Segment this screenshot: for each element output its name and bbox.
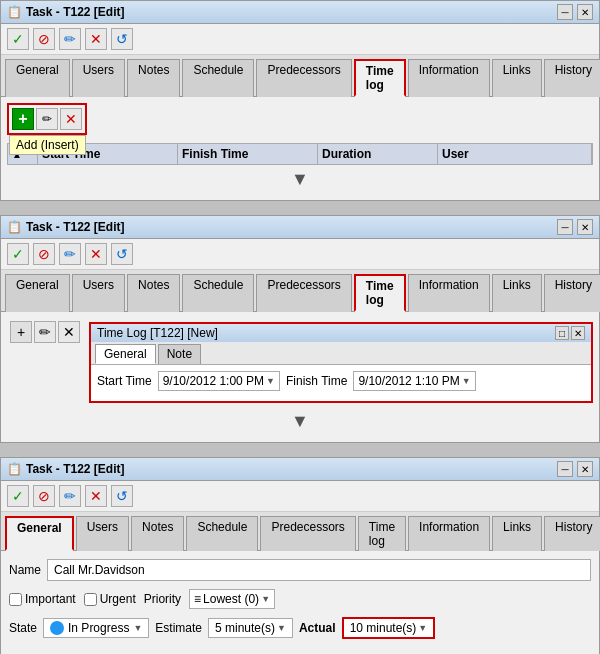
tab-predecessors[interactable]: Predecessors: [256, 59, 351, 97]
minimize-button3[interactable]: ─: [557, 461, 573, 477]
state-arrow: ▼: [133, 623, 142, 633]
tab2-general[interactable]: General: [5, 274, 70, 312]
minimize-button2[interactable]: ─: [557, 219, 573, 235]
delete-timelog2-button[interactable]: ✕: [58, 321, 80, 343]
add-tooltip: Add (Insert): [9, 135, 86, 155]
delete-button2[interactable]: ✕: [85, 243, 107, 265]
estimate-value: 5 minute(s): [215, 621, 275, 635]
estimate-field[interactable]: 5 minute(s) ▼: [208, 618, 293, 638]
close-button[interactable]: ✕: [577, 4, 593, 20]
timelog-toolbar-box: + ✏ ✕ Add (Insert): [7, 103, 87, 135]
col-duration[interactable]: Duration: [318, 144, 438, 164]
actual-field[interactable]: 10 minute(s) ▼: [342, 617, 436, 639]
save-button2[interactable]: ✓: [7, 243, 29, 265]
tab2-links[interactable]: Links: [492, 274, 542, 312]
finish-time-arrow: ▼: [462, 376, 471, 386]
state-circle-icon: [50, 621, 64, 635]
tab-timelog[interactable]: Time log: [354, 59, 406, 97]
tab3-schedule[interactable]: Schedule: [186, 516, 258, 551]
window2-title-bar: 📋 Task - T122 [Edit] ─ ✕: [1, 216, 599, 239]
start-time-row: Start Time 9/10/2012 1:00 PM ▼ Finish Ti…: [97, 371, 585, 391]
tab-schedule[interactable]: Schedule: [182, 59, 254, 97]
start-time-value: 9/10/2012 1:00 PM: [163, 374, 264, 388]
state-dropdown[interactable]: In Progress ▼: [43, 618, 149, 638]
save-button[interactable]: ✓: [7, 28, 29, 50]
cancel-button[interactable]: ⊘: [33, 28, 55, 50]
inner-close-button[interactable]: ✕: [571, 326, 585, 340]
tab3-notes[interactable]: Notes: [131, 516, 184, 551]
actual-arrow: ▼: [418, 623, 427, 633]
tab3-information[interactable]: Information: [408, 516, 490, 551]
edit-button2[interactable]: ✏: [59, 243, 81, 265]
delete-button[interactable]: ✕: [85, 28, 107, 50]
minimize-button[interactable]: ─: [557, 4, 573, 20]
tab2-schedule[interactable]: Schedule: [182, 274, 254, 312]
window1-title-bar: 📋 Task - T122 [Edit] ─ ✕: [1, 1, 599, 24]
refresh-button2[interactable]: ↺: [111, 243, 133, 265]
tab2-predecessors[interactable]: Predecessors: [256, 274, 351, 312]
name-row: Name: [9, 559, 591, 581]
edit-button3[interactable]: ✏: [59, 485, 81, 507]
window2-content: + ✏ ✕ Time Log [T122] [New] □ ✕ General …: [1, 312, 599, 442]
inner-title-text: Time Log [T122] [New]: [97, 326, 218, 340]
window1-content: + ✏ ✕ Add (Insert) ▲ Start Time Finish T…: [1, 97, 599, 200]
estimate-label: Estimate: [155, 621, 202, 635]
start-time-label: Start Time: [97, 374, 152, 388]
refresh-button3[interactable]: ↺: [111, 485, 133, 507]
tab2-notes[interactable]: Notes: [127, 274, 180, 312]
start-time-input[interactable]: 9/10/2012 1:00 PM ▼: [158, 371, 280, 391]
window2-title: 📋 Task - T122 [Edit]: [7, 220, 124, 234]
tab3-links[interactable]: Links: [492, 516, 542, 551]
window3-tabs: General Users Notes Schedule Predecessor…: [1, 512, 599, 551]
tab2-users[interactable]: Users: [72, 274, 125, 312]
task-icon: 📋: [7, 5, 22, 19]
edit-timelog-button[interactable]: ✏: [36, 108, 58, 130]
inner-minimize-button[interactable]: □: [555, 326, 569, 340]
cancel-button2[interactable]: ⊘: [33, 243, 55, 265]
tab2-timelog[interactable]: Time log: [354, 274, 406, 312]
edit-button[interactable]: ✏: [59, 28, 81, 50]
tab3-predecessors[interactable]: Predecessors: [260, 516, 355, 551]
important-checkbox[interactable]: [9, 593, 22, 606]
tab2-information[interactable]: Information: [408, 274, 490, 312]
window1-title: 📋 Task - T122 [Edit]: [7, 5, 124, 19]
tab3-general[interactable]: General: [5, 516, 74, 551]
inner-tab-general[interactable]: General: [95, 344, 156, 364]
tab-general[interactable]: General: [5, 59, 70, 97]
tab-links[interactable]: Links: [492, 59, 542, 97]
name-input[interactable]: [47, 559, 591, 581]
edit-timelog2-button[interactable]: ✏: [34, 321, 56, 343]
refresh-button[interactable]: ↺: [111, 28, 133, 50]
tab3-users[interactable]: Users: [76, 516, 129, 551]
tab3-timelog[interactable]: Time log: [358, 516, 406, 551]
col-finishtime[interactable]: Finish Time: [178, 144, 318, 164]
window3-toolbar: ✓ ⊘ ✏ ✕ ↺: [1, 481, 599, 512]
urgent-checkbox[interactable]: [84, 593, 97, 606]
finish-time-input[interactable]: 9/10/2012 1:10 PM ▼: [353, 371, 475, 391]
tab2-history[interactable]: History: [544, 274, 600, 312]
actual-label: Actual: [299, 621, 336, 635]
tab-users[interactable]: Users: [72, 59, 125, 97]
tab-information[interactable]: Information: [408, 59, 490, 97]
cancel-button3[interactable]: ⊘: [33, 485, 55, 507]
priority-dropdown[interactable]: ≡ Lowest (0) ▼: [189, 589, 275, 609]
delete-button3[interactable]: ✕: [85, 485, 107, 507]
close-button3[interactable]: ✕: [577, 461, 593, 477]
add-timelog-button[interactable]: +: [12, 108, 34, 130]
close-button2[interactable]: ✕: [577, 219, 593, 235]
delete-timelog-button[interactable]: ✕: [60, 108, 82, 130]
tab3-history[interactable]: History: [544, 516, 600, 551]
important-label: Important: [25, 592, 76, 606]
window1: 📋 Task - T122 [Edit] ─ ✕ ✓ ⊘ ✏ ✕ ↺ Gener…: [0, 0, 600, 201]
col-user[interactable]: User: [438, 144, 592, 164]
add-timelog2-button[interactable]: +: [10, 321, 32, 343]
tab-notes[interactable]: Notes: [127, 59, 180, 97]
estimate-arrow: ▼: [277, 623, 286, 633]
inner-tab-note[interactable]: Note: [158, 344, 201, 364]
start-time-arrow: ▼: [266, 376, 275, 386]
window2-tabs: General Users Notes Schedule Predecessor…: [1, 270, 599, 312]
window3: 📋 Task - T122 [Edit] ─ ✕ ✓ ⊘ ✏ ✕ ↺ Gener…: [0, 457, 600, 654]
window2-controls: ─ ✕: [557, 219, 593, 235]
save-button3[interactable]: ✓: [7, 485, 29, 507]
tab-history[interactable]: History: [544, 59, 600, 97]
